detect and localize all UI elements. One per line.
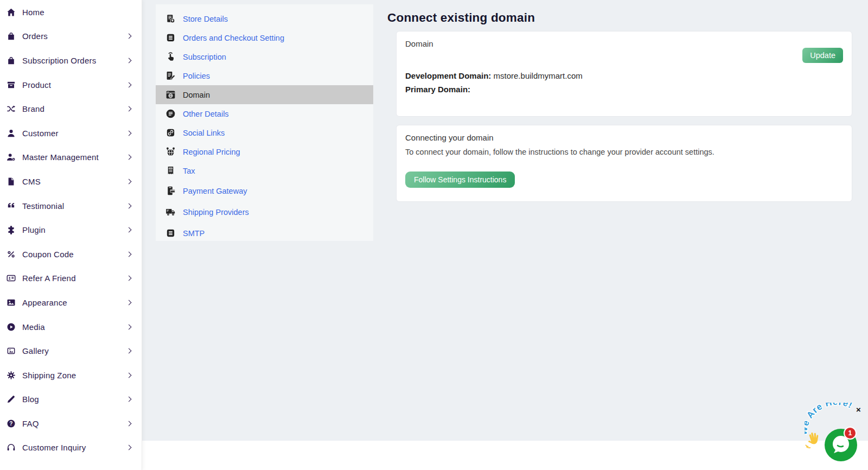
sidebar-item-label: CMS — [22, 177, 41, 186]
domain-field-label: Domain — [405, 39, 843, 48]
chevron-right-icon — [126, 421, 132, 426]
settings-menu-item-payment-gateway[interactable]: Payment Gateway — [156, 180, 373, 201]
subscription-orders-icon — [7, 56, 16, 65]
appearance-icon — [7, 298, 16, 307]
settings-menu-item-subscription[interactable]: Subscription — [156, 47, 373, 66]
settings-menu-item-social-links[interactable]: Social Links — [156, 123, 373, 142]
settings-menu-item-label: Store Details — [183, 15, 228, 23]
sidebar-item-label: Blog — [22, 395, 39, 404]
chevron-right-icon — [126, 58, 132, 63]
testimonial-icon — [7, 201, 16, 211]
update-button[interactable]: Update — [802, 48, 843, 63]
sidebar-item-label: Subscription Orders — [22, 56, 96, 65]
primary-domain-row: Primary Domain: — [405, 85, 843, 94]
sidebar-item-label: Customer Inquiry — [22, 443, 86, 452]
policies-icon — [165, 71, 176, 81]
sidebar-item-coupon-code[interactable]: Coupon Code — [0, 242, 142, 266]
settings-menu-item-policies[interactable]: Policies — [156, 66, 373, 85]
chevron-right-icon — [126, 227, 132, 233]
chevron-right-icon — [126, 155, 132, 160]
development-domain-value: mstore.buildmymart.com — [494, 71, 583, 80]
settings-menu-item-label: Subscription — [183, 53, 226, 61]
sidebar-item-label: Media — [22, 322, 45, 332]
development-domain-row: Development Domain: mstore.buildmymart.c… — [405, 71, 843, 81]
chevron-right-icon — [126, 251, 132, 257]
sidebar-item-orders[interactable]: Orders — [0, 24, 142, 49]
settings-menu-item-label: SMTP — [183, 229, 205, 238]
sidebar-item-label: Orders — [22, 31, 48, 41]
refer-a-friend-icon — [7, 274, 16, 283]
settings-menu-item-label: Regional Pricing — [183, 148, 240, 156]
settings-menu-item-orders-and-checkout-setting[interactable]: Orders and Checkout Setting — [156, 28, 373, 47]
sidebar-item-plugin[interactable]: Plugin — [0, 218, 142, 242]
gallery-icon — [7, 346, 16, 355]
sidebar-item-label: Brand — [22, 104, 44, 113]
sidebar-item-product[interactable]: Product — [0, 73, 142, 97]
chevron-right-icon — [126, 300, 132, 305]
sidebar-item-subscription-orders[interactable]: Subscription Orders — [0, 48, 142, 73]
chevron-right-icon — [126, 106, 132, 112]
settings-menu-item-label: Policies — [183, 72, 210, 80]
coupon-code-icon — [7, 250, 16, 259]
settings-menu-item-label: Payment Gateway — [183, 187, 247, 195]
sidebar-item-label: Customer — [22, 129, 59, 138]
subscription-icon — [165, 52, 176, 62]
sidebar-item-label: Refer A Friend — [22, 274, 76, 283]
domain-icon — [165, 90, 176, 100]
master-management-icon — [7, 153, 16, 162]
sidebar-item-media[interactable]: Media — [0, 315, 142, 339]
sidebar-item-gallery[interactable]: Gallery — [0, 339, 142, 363]
sidebar-item-testimonial[interactable]: Testimonial — [0, 194, 142, 218]
sidebar-item-cms[interactable]: CMS — [0, 169, 142, 194]
sidebar-item-brand[interactable]: Brand — [0, 97, 142, 121]
chevron-right-icon — [126, 324, 132, 329]
orders-checkout-icon — [165, 33, 176, 43]
primary-domain-label: Primary Domain: — [405, 85, 470, 94]
sidebar-item-shipping-zone[interactable]: Shipping Zone — [0, 363, 142, 388]
follow-settings-instructions-button[interactable]: Follow Settings Instructions — [405, 172, 515, 188]
sidebar-item-customer-inquiry[interactable]: Customer Inquiry — [0, 436, 142, 460]
chat-close-icon[interactable]: × — [856, 405, 861, 414]
chevron-right-icon — [126, 397, 132, 402]
cms-icon — [7, 177, 16, 186]
social-links-icon — [165, 128, 176, 138]
sidebar-item-home[interactable]: Home — [0, 0, 142, 24]
sidebar-item-label: Appearance — [22, 298, 67, 307]
settings-menu-item-label: Shipping Providers — [183, 208, 249, 217]
chevron-right-icon — [126, 348, 132, 354]
sidebar-item-refer-a-friend[interactable]: Refer A Friend — [0, 266, 142, 291]
settings-menu-item-label: Tax — [183, 167, 195, 175]
faq-icon: ? — [7, 419, 16, 428]
settings-menu: Store Details Orders and Checkout Settin… — [156, 4, 373, 241]
settings-menu-item-tax[interactable]: Tax — [156, 161, 373, 180]
development-domain-label: Development Domain: — [405, 71, 491, 80]
connect-domain-card: Connecting your domain To connect your d… — [396, 125, 852, 202]
chevron-right-icon — [126, 372, 132, 378]
settings-menu-item-domain[interactable]: Domain — [156, 85, 373, 104]
sidebar-item-label: Shipping Zone — [22, 371, 76, 380]
brand-icon — [7, 104, 16, 113]
chevron-right-icon — [126, 203, 132, 208]
sidebar-item-master-management[interactable]: Master Management — [0, 145, 142, 170]
sidebar-item-customer[interactable]: Customer — [0, 121, 142, 145]
product-icon — [7, 80, 16, 90]
sidebar-item-appearance[interactable]: Appearance — [0, 290, 142, 315]
settings-menu-item-regional-pricing[interactable]: Regional Pricing — [156, 142, 373, 161]
sidebar-item-label: Gallery — [22, 346, 49, 355]
sidebar-item-label: Coupon Code — [22, 250, 74, 259]
sidebar-item-label: Home — [22, 8, 44, 17]
settings-menu-item-store-details[interactable]: Store Details — [156, 9, 373, 28]
plugin-icon — [7, 225, 16, 234]
settings-menu-item-shipping-providers[interactable]: Shipping Providers — [156, 201, 373, 223]
sidebar-item-faq[interactable]: ? FAQ — [0, 411, 142, 436]
settings-menu-item-label: Other Details — [183, 110, 229, 118]
sidebar-item-label: Product — [22, 80, 51, 90]
chevron-right-icon — [126, 445, 132, 450]
sidebar-item-blog[interactable]: Blog — [0, 388, 142, 412]
main-content: Connect existing domain Domain Update De… — [381, 0, 868, 202]
store-details-icon — [165, 14, 176, 24]
chat-unread-badge: 1 — [844, 427, 857, 440]
settings-menu-item-smtp[interactable]: SMTP — [156, 223, 373, 244]
sidebar-item-label: Master Management — [22, 153, 99, 162]
settings-menu-item-other-details[interactable]: Other Details — [156, 104, 373, 123]
